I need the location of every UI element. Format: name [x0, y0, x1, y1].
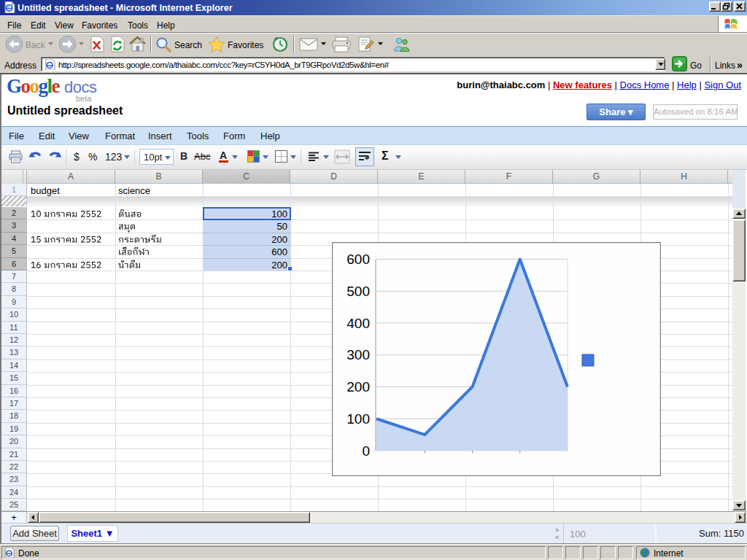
svg-text:100: 100	[347, 411, 370, 427]
svg-text:200: 200	[347, 379, 370, 394]
svg-text:600: 600	[347, 252, 370, 267]
svg-text:400: 400	[347, 316, 370, 331]
svg-text:300: 300	[347, 347, 370, 362]
svg-text:0: 0	[362, 443, 370, 459]
svg-text:500: 500	[347, 284, 370, 299]
